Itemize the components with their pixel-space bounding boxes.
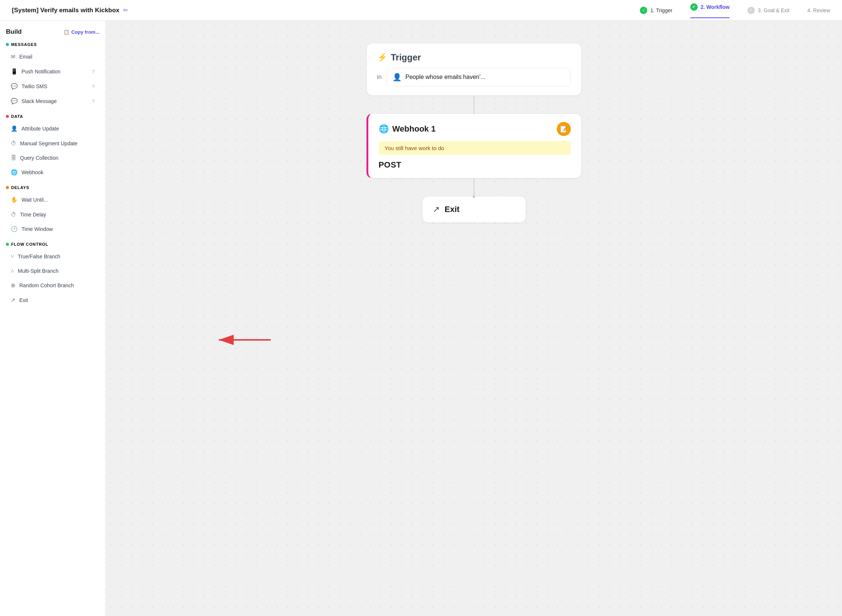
- step-review-label: 4. Review: [808, 7, 830, 13]
- page-title: [System] Verify emails with Kickbox: [12, 7, 119, 14]
- edit-badge-icon: 📝: [560, 126, 567, 133]
- step-check-goal: ✓: [747, 7, 755, 14]
- work-todo-banner: You still have work to do: [379, 141, 571, 155]
- step-goal-label: 3. Goal & Exit: [758, 7, 790, 13]
- wait-icon: ✋: [11, 197, 18, 203]
- random-cohort-icon: ⊗: [11, 282, 16, 289]
- exit-title: Exit: [445, 205, 460, 214]
- sidebar: Build 📋 Copy from... MESSAGES ✉ Email 📱 …: [0, 21, 106, 616]
- step-trigger[interactable]: ✓ 1. Trigger: [640, 7, 672, 14]
- time-window-icon: 🕐: [11, 226, 18, 232]
- webhook-edit-badge[interactable]: 📝: [557, 122, 571, 136]
- webhook-header: 🌐 Webhook 1 📝: [379, 122, 571, 136]
- step-check-workflow: ✓: [690, 3, 698, 11]
- sidebar-item-true-false[interactable]: ⑂ True/False Branch: [6, 249, 99, 263]
- webhook-method: POST: [379, 160, 571, 170]
- email-icon: ✉: [11, 53, 16, 60]
- arrow-svg: [212, 329, 278, 351]
- section-label-flow-control: FLOW CONTROL: [6, 242, 99, 246]
- dot-messages: [6, 43, 9, 46]
- sidebar-item-slack[interactable]: 💬 Slack Message ?: [6, 94, 99, 108]
- push-icon: 📱: [11, 68, 18, 75]
- trigger-icon: ⚡: [377, 53, 387, 62]
- twilio-icon: 💬: [11, 83, 18, 90]
- sidebar-item-exit[interactable]: ↗ Exit: [6, 293, 99, 307]
- sidebar-header: Build 📋 Copy from...: [6, 28, 99, 35]
- workflow-nodes: ⚡ Trigger in 👤 People whose emails haven…: [366, 43, 582, 223]
- dot-delays: [6, 186, 9, 189]
- top-bar-left: [System] Verify emails with Kickbox ✏: [12, 7, 128, 14]
- sidebar-item-push[interactable]: 📱 Push Notification ?: [6, 65, 99, 79]
- edit-icon[interactable]: ✏: [123, 7, 128, 14]
- arrow-pointer: [212, 329, 278, 352]
- segment-label: People whose emails haven'...: [406, 74, 486, 81]
- step-review[interactable]: 4. Review: [808, 7, 830, 13]
- step-workflow-label: 2. Workflow: [701, 4, 730, 10]
- sidebar-item-query-collection[interactable]: 🗄 Query Collection: [6, 151, 99, 164]
- slack-icon: 💬: [11, 98, 18, 104]
- sidebar-item-time-window[interactable]: 🕐 Time Window: [6, 222, 99, 236]
- exit-icon: ↗: [11, 297, 16, 304]
- trigger-in-label: in: [377, 74, 382, 81]
- webhook-node[interactable]: 🌐 Webhook 1 📝 You still have work to do …: [366, 113, 582, 178]
- section-label-messages: MESSAGES: [6, 42, 99, 47]
- query-collection-icon: 🗄: [11, 154, 16, 161]
- push-help-icon[interactable]: ?: [92, 69, 95, 75]
- multi-split-icon: ⑃: [11, 268, 14, 274]
- connector-1: [474, 95, 475, 113]
- webhook-icon: 🌐: [11, 169, 18, 176]
- sidebar-item-random-cohort[interactable]: ⊗ Random Cohort Branch: [6, 278, 99, 292]
- webhook-globe-icon: 🌐: [379, 124, 389, 134]
- main-layout: Build 📋 Copy from... MESSAGES ✉ Email 📱 …: [0, 21, 842, 616]
- attribute-icon: 👤: [11, 125, 18, 132]
- manual-segment-icon: ⏱: [11, 140, 16, 147]
- sidebar-item-manual-segment[interactable]: ⏱ Manual Segment Update: [6, 136, 99, 150]
- section-label-delays: DELAYS: [6, 185, 99, 190]
- dot-flow-control: [6, 243, 9, 246]
- sidebar-item-webhook[interactable]: 🌐 Webhook: [6, 165, 99, 179]
- sidebar-section-data: DATA 👤 Attribute Update ⏱ Manual Segment…: [6, 114, 99, 179]
- step-nav: ✓ 1. Trigger ✓ 2. Workflow ✓ 3. Goal & E…: [640, 3, 830, 18]
- trigger-segment[interactable]: 👤 People whose emails haven'...: [386, 68, 571, 87]
- segment-icon: 👤: [392, 73, 402, 82]
- trigger-in-row: in 👤 People whose emails haven'...: [377, 68, 571, 87]
- sidebar-section-flow-control: FLOW CONTROL ⑂ True/False Branch ⑃ Multi…: [6, 242, 99, 307]
- sidebar-title: Build: [6, 28, 22, 35]
- step-trigger-label: 1. Trigger: [650, 7, 672, 13]
- step-check-trigger: ✓: [640, 7, 647, 14]
- exit-node[interactable]: ↗ Exit: [422, 196, 526, 223]
- copy-from-button[interactable]: 📋 Copy from...: [63, 29, 99, 35]
- twilio-help-icon[interactable]: ?: [92, 84, 95, 89]
- exit-node-icon: ↗: [433, 205, 439, 214]
- webhook-title-row: 🌐 Webhook 1: [379, 124, 436, 134]
- sidebar-section-messages: MESSAGES ✉ Email 📱 Push Notification ? 💬…: [6, 42, 99, 108]
- true-false-icon: ⑂: [11, 253, 14, 260]
- trigger-node[interactable]: ⚡ Trigger in 👤 People whose emails haven…: [366, 43, 582, 95]
- trigger-title: Trigger: [391, 52, 421, 63]
- trigger-header: ⚡ Trigger: [377, 52, 571, 63]
- sidebar-section-delays: DELAYS ✋ Wait Until... ⏱ Time Delay 🕐 Ti…: [6, 185, 99, 236]
- sidebar-item-email[interactable]: ✉ Email: [6, 50, 99, 64]
- slack-help-icon[interactable]: ?: [92, 98, 95, 104]
- section-label-data: DATA: [6, 114, 99, 119]
- sidebar-item-time-delay[interactable]: ⏱ Time Delay: [6, 208, 99, 221]
- workflow-canvas: ⚡ Trigger in 👤 People whose emails haven…: [106, 21, 842, 616]
- sidebar-item-wait-until[interactable]: ✋ Wait Until...: [6, 193, 99, 207]
- step-goal[interactable]: ✓ 3. Goal & Exit: [747, 7, 790, 14]
- connector-2: [474, 178, 475, 196]
- sidebar-item-twilio[interactable]: 💬 Twilio SMS ?: [6, 79, 99, 93]
- sidebar-item-multi-split[interactable]: ⑃ Multi-Split Branch: [6, 264, 99, 277]
- dot-data: [6, 115, 9, 118]
- time-delay-icon: ⏱: [11, 211, 16, 217]
- sidebar-item-attribute[interactable]: 👤 Attribute Update: [6, 122, 99, 136]
- step-workflow[interactable]: ✓ 2. Workflow: [690, 3, 730, 18]
- copy-icon: 📋: [63, 29, 69, 35]
- top-bar: [System] Verify emails with Kickbox ✏ ✓ …: [0, 0, 842, 21]
- webhook-title: Webhook 1: [392, 124, 436, 134]
